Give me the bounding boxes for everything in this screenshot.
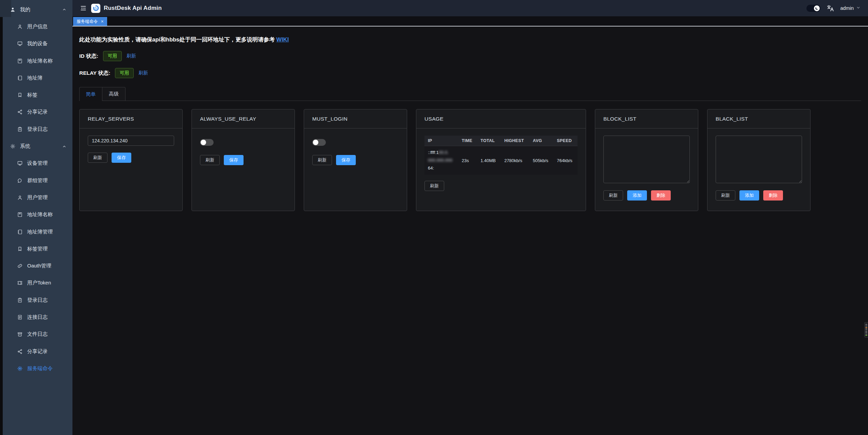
sidebar-item-label: 分享记录 [27, 109, 48, 115]
must-login-refresh-button[interactable]: 刷新 [312, 155, 332, 165]
usage-refresh-button[interactable]: 刷新 [424, 181, 444, 191]
user-icon [17, 194, 23, 201]
relay-servers-input[interactable] [88, 136, 174, 146]
card-black-list-title: BLACK_LIST [707, 109, 810, 128]
app-title: RustDesk Api Admin [104, 5, 162, 12]
dark-mode-toggle[interactable] [806, 5, 820, 12]
sidebar-item-label: 标签 [27, 92, 37, 98]
relay-status-label: RELAY 状态: [79, 70, 110, 77]
sidebar-item-device-management[interactable]: 设备管理 [0, 155, 72, 172]
sidebar-section-label: 系统 [20, 143, 30, 150]
scroll-minimap-widget [864, 322, 868, 337]
block-list-refresh-button[interactable]: 刷新 [603, 190, 623, 201]
black-list-refresh-button[interactable]: 刷新 [716, 190, 735, 201]
sidebar-item-user-info[interactable]: 用户信息 [0, 18, 72, 35]
relay-status-badge: 可用 [115, 68, 134, 78]
always-use-relay-refresh-button[interactable]: 刷新 [200, 155, 220, 165]
sidebar-item-my-devices[interactable]: 我的设备 [0, 35, 72, 52]
sidebar-item-address-book-management[interactable]: 地址簿管理 [0, 223, 72, 240]
relay-refresh-link[interactable]: 刷新 [138, 70, 148, 76]
close-icon[interactable]: × [101, 19, 104, 24]
must-login-save-button[interactable]: 保存 [336, 155, 356, 165]
card-block-list-title: BLOCK_LIST [595, 109, 698, 128]
sidebar-item-share-records[interactable]: 分享记录 [0, 104, 72, 121]
card-block-list: BLOCK_LIST 刷新 添加 删除 [595, 109, 698, 211]
sidebar-item-login-log-admin[interactable]: 登录日志 [0, 292, 72, 309]
sidebar-item-tags[interactable]: 标签 [0, 86, 72, 103]
collection-icon [17, 58, 23, 64]
sidebar-collapse-icon[interactable] [80, 5, 87, 12]
card-usage-title: USAGE [416, 109, 586, 128]
app-frame: 我的用户信息我的设备地址簿名称地址簿标签分享记录登录日志系统设备管理群组管理用户… [0, 0, 868, 435]
block-list-textarea[interactable] [603, 136, 690, 183]
clipboard-icon [17, 126, 23, 132]
sidebar-section-mine[interactable]: 我的 [0, 1, 72, 18]
tab-advanced[interactable]: 高级 [102, 87, 126, 101]
id-refresh-link[interactable]: 刷新 [127, 53, 136, 59]
sidebar-item-connection-log[interactable]: 连接日志 [0, 309, 72, 326]
usage-time-cell: 23s [458, 146, 477, 175]
sidebar-section-label: 我的 [20, 6, 30, 13]
notice-text: 此处功能为实验性质，请确保api和hbbs处于同一回环地址下，更多说明请参考 [79, 36, 276, 42]
user-icon [17, 23, 23, 30]
bookmark-icon [17, 246, 23, 252]
wiki-link[interactable]: WIKI [276, 36, 289, 42]
sidebar-item-user-management[interactable]: 用户管理 [0, 189, 72, 206]
usage-ip-cell: ::ffff:100.0. 000.000.000 64: [424, 146, 458, 175]
bookmark-icon [17, 92, 23, 98]
ip-prefix: ::ffff:1 [428, 150, 439, 155]
sidebar-item-address-book-name-admin[interactable]: 地址簿名称 [0, 206, 72, 223]
sidebar-section-system[interactable]: 系统 [0, 138, 72, 155]
block-list-add-button[interactable]: 添加 [627, 190, 647, 201]
sidebar-item-group-management[interactable]: 群组管理 [0, 172, 72, 189]
gear-filled-icon [17, 365, 23, 371]
sidebar-item-file-log[interactable]: 文件日志 [0, 326, 72, 343]
sidebar-item-label: 标签管理 [27, 246, 48, 252]
page-tab-label: 服务端命令 [77, 19, 98, 24]
black-list-delete-button[interactable]: 删除 [763, 190, 783, 201]
black-list-textarea[interactable] [716, 136, 802, 183]
sidebar-item-address-book[interactable]: 地址簿 [0, 69, 72, 86]
usage-col-time: TIME [458, 136, 477, 146]
page-tab-server-command[interactable]: 服务端命令 × [73, 17, 107, 26]
username: admin [840, 5, 854, 11]
top-header: RustDesk Api Admin admin [72, 0, 868, 16]
relay-servers-save-button[interactable]: 保存 [112, 153, 131, 163]
sidebar-item-login-log[interactable]: 登录日志 [0, 121, 72, 138]
language-icon[interactable] [827, 4, 834, 12]
sidebar-item-tag-management[interactable]: 标签管理 [0, 240, 72, 257]
always-use-relay-save-button[interactable]: 保存 [224, 155, 244, 165]
cards-row: RELAY_SERVERS 刷新 保存 ALWAYS_USE_RELAY [79, 109, 861, 211]
sidebar-item-label: 设备管理 [27, 160, 48, 167]
header-actions: admin [806, 4, 861, 12]
mode-tabs: 简单 高级 [79, 87, 861, 101]
card-always-use-relay-title: ALWAYS_USE_RELAY [192, 109, 295, 128]
tab-simple[interactable]: 简单 [79, 87, 102, 101]
user-menu[interactable]: admin [840, 5, 861, 11]
sidebar-item-label: 地址簿名称 [27, 211, 53, 218]
block-list-delete-button[interactable]: 删除 [651, 190, 671, 201]
sidebar-item-share-records-admin[interactable]: 分享记录 [0, 343, 72, 360]
collection-icon [17, 212, 23, 218]
usage-col-ip: IP [424, 136, 458, 146]
ip-redacted-segment: 000.000.000 [428, 158, 452, 163]
always-use-relay-toggle[interactable] [200, 139, 214, 146]
black-list-add-button[interactable]: 添加 [739, 190, 759, 201]
pages-tabbar: 服务端命令 × [72, 16, 868, 27]
ticket-icon [17, 280, 23, 286]
sidebar-item-server-command[interactable]: 服务端命令 [0, 360, 72, 377]
relay-servers-refresh-button[interactable]: 刷新 [88, 153, 107, 163]
user-filled-icon [10, 6, 16, 13]
usage-col-highest: HIGHEST [501, 136, 530, 146]
must-login-toggle[interactable] [312, 139, 326, 146]
sidebar-item-label: 连接日志 [27, 314, 48, 320]
id-status-label: ID 状态: [79, 53, 98, 60]
usage-avg-cell: 505kb/s [529, 146, 553, 175]
sidebar-item-oauth-management[interactable]: Oauth管理 [0, 257, 72, 274]
chevron-up-icon [62, 7, 66, 12]
sidebar-item-address-book-name[interactable]: 地址簿名称 [0, 52, 72, 69]
sidebar-item-label: 我的设备 [27, 40, 48, 47]
sidebar-menu: 我的用户信息我的设备地址簿名称地址簿标签分享记录登录日志系统设备管理群组管理用户… [0, 0, 72, 377]
box-icon [17, 331, 23, 337]
sidebar-item-user-token[interactable]: 用户Token [0, 275, 72, 292]
